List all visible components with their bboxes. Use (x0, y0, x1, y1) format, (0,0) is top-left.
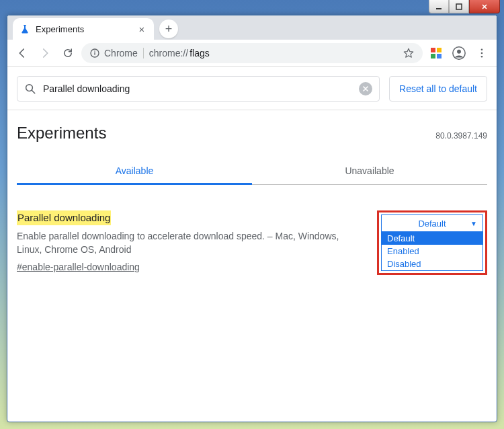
search-icon (24, 83, 36, 95)
flag-search-input[interactable] (43, 83, 352, 94)
flag-search-box[interactable] (17, 76, 380, 102)
flag-control: Default ▼ Default Enabled Disabled (377, 210, 487, 275)
svg-rect-7 (431, 54, 435, 58)
flag-select-value: Default (418, 219, 446, 229)
window-minimize-button[interactable] (429, 0, 449, 13)
flask-icon (19, 24, 30, 34)
svg-rect-4 (94, 50, 95, 51)
svg-rect-8 (437, 54, 442, 58)
flag-select[interactable]: Default ▼ (381, 214, 483, 232)
svg-point-10 (457, 49, 461, 53)
flag-text: Parallel downloading Enable parallel dow… (17, 210, 365, 274)
plus-icon: + (165, 22, 173, 36)
reload-button[interactable] (58, 44, 77, 63)
flag-option-default[interactable]: Default (382, 232, 482, 245)
flag-option-disabled[interactable]: Disabled (382, 258, 482, 270)
address-bar[interactable]: Chrome chrome://flags (81, 43, 423, 63)
svg-rect-1 (456, 4, 462, 9)
page-title: Experiments (17, 124, 106, 143)
kebab-menu-button[interactable] (472, 44, 491, 63)
reset-all-button[interactable]: Reset all to default (389, 76, 487, 102)
tab-experiments[interactable]: Experiments × (13, 18, 154, 40)
security-label: Chrome (104, 48, 138, 58)
search-row: Reset all to default (7, 67, 497, 110)
back-button[interactable] (13, 44, 32, 63)
flag-title: Parallel downloading (17, 210, 111, 225)
window-titlebar[interactable] (0, 0, 504, 15)
page-content: Reset all to default Experiments 80.0.39… (7, 67, 497, 422)
tab-close-icon[interactable]: × (136, 24, 147, 34)
url-text: chrome://flags (149, 48, 397, 58)
tab-available[interactable]: Available (17, 157, 252, 185)
caret-down-icon: ▼ (470, 220, 477, 227)
window-close-button[interactable] (469, 0, 500, 13)
svg-rect-6 (437, 48, 442, 52)
bookmark-star-icon[interactable] (403, 47, 415, 59)
section-tabs: Available Unavailable (17, 157, 487, 185)
tab-unavailable[interactable]: Unavailable (252, 157, 487, 185)
clear-search-icon[interactable] (359, 82, 372, 95)
omnibox-divider (143, 48, 144, 58)
tab-strip: Experiments × + (7, 15, 497, 40)
window-frame: Experiments × + Chrome (0, 0, 504, 429)
flag-description: Enable parallel downloading to accelerat… (17, 231, 339, 255)
svg-point-12 (481, 52, 483, 54)
header-row: Experiments 80.0.3987.149 (7, 110, 497, 143)
window-maximize-button[interactable] (449, 0, 469, 13)
window-buttons (429, 0, 500, 13)
new-tab-button[interactable]: + (159, 20, 178, 38)
svg-point-13 (481, 55, 483, 57)
account-button[interactable] (450, 44, 468, 63)
tab-title: Experiments (36, 24, 131, 34)
svg-rect-5 (431, 48, 435, 52)
flag-row: Parallel downloading Enable parallel dow… (7, 185, 497, 275)
svg-rect-3 (94, 52, 95, 54)
svg-line-15 (32, 90, 35, 93)
info-icon (89, 48, 100, 58)
site-info[interactable]: Chrome (89, 48, 138, 58)
forward-button[interactable] (36, 44, 54, 63)
version-label: 80.0.3987.149 (435, 131, 487, 141)
browser-toolbar: Chrome chrome://flags (7, 40, 497, 67)
svg-rect-0 (436, 8, 442, 9)
flag-options-list: Default Enabled Disabled (381, 232, 483, 271)
svg-point-11 (481, 48, 483, 50)
browser-window: Experiments × + Chrome (7, 15, 497, 422)
flag-option-enabled[interactable]: Enabled (382, 245, 482, 258)
flag-anchor-link[interactable]: #enable-parallel-downloading (17, 260, 140, 274)
extension-icon[interactable] (427, 44, 446, 63)
